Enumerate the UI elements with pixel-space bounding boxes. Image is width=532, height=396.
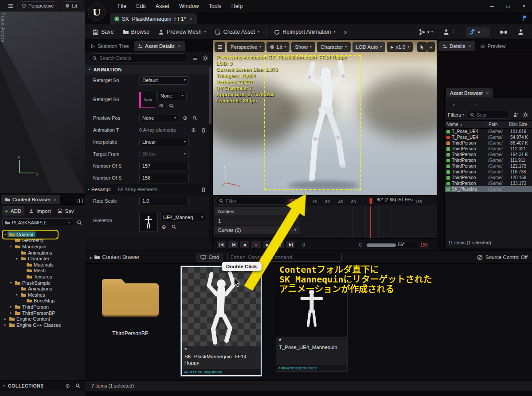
tab-asset-browser[interactable]: Asset Browser × xyxy=(446,88,493,98)
folder-tile-thirdpersonbp[interactable]: ThirdPersonBP xyxy=(101,273,160,337)
asset-browser-settings-gear-icon[interactable] xyxy=(521,111,529,119)
search-details-box[interactable] xyxy=(89,53,188,63)
close-icon[interactable]: × xyxy=(486,90,489,96)
column-path[interactable]: Path xyxy=(486,122,507,127)
column-disk-size[interactable]: Disk Size xyxy=(507,122,530,127)
character-options-group[interactable]: ⋮ xyxy=(443,29,456,35)
tree-item[interactable]: Animations xyxy=(1,250,84,256)
timeline-scrollbar-thumb[interactable] xyxy=(367,243,396,247)
tab-asset-details[interactable]: Asset Details × xyxy=(134,41,185,51)
play-speed-button[interactable]: ▶ x1.0 ▾ xyxy=(387,42,413,52)
person-filter-icon[interactable] xyxy=(512,111,519,119)
step-backward-button[interactable] xyxy=(228,241,238,249)
tree-item[interactable]: ▸ ThirdPerson xyxy=(1,304,84,310)
dots-menu-icon[interactable]: ⋮ xyxy=(451,29,456,35)
column-name[interactable]: Name ▲ xyxy=(446,122,486,127)
animation-section-header[interactable]: ▾ ANIMATION xyxy=(85,65,212,74)
step-forward-button[interactable] xyxy=(274,241,284,249)
notify-lane-row[interactable]: 1 xyxy=(215,216,300,225)
notify-track-area[interactable] xyxy=(301,206,437,238)
history-back-button[interactable]: ← xyxy=(452,100,458,107)
use-selected-icon[interactable]: ⊕ xyxy=(181,114,189,122)
add-button[interactable]: + ADD xyxy=(2,206,24,216)
table-row[interactable]: ThirdPerson /Game/ 164.31 K xyxy=(445,152,532,157)
interpolation-dropdown[interactable]: Linear ▾ xyxy=(139,138,189,146)
asset-search-box[interactable] xyxy=(466,111,509,119)
tab-asset-editor[interactable]: SK_PlaskMannequin_FF1* × xyxy=(110,13,197,24)
notifies-row[interactable]: Notifies ▾ xyxy=(215,207,300,216)
source-control-status[interactable]: Source Control Off xyxy=(477,255,528,260)
expand-arrow-icon[interactable]: ▸ xyxy=(3,317,8,321)
browse-to-asset-icon[interactable] xyxy=(168,102,175,110)
add-collection-icon[interactable]: ⊕ xyxy=(64,382,71,389)
use-selected-icon[interactable]: ⊕ xyxy=(160,223,168,231)
import-button[interactable]: Import xyxy=(26,206,54,216)
go-to-end-button[interactable] xyxy=(286,241,296,249)
curves-row[interactable]: Curves (0) ▾ xyxy=(215,226,300,234)
content-drawer-button[interactable]: ▴ Content Drawer xyxy=(90,254,140,260)
retarget-asset-dropdown[interactable]: None ▾ xyxy=(157,92,187,100)
close-window-button[interactable]: × xyxy=(516,0,532,12)
close-icon[interactable]: × xyxy=(54,197,56,202)
tab-content-browser[interactable]: Content Browser × xyxy=(1,195,60,204)
skeleton-thumbnail[interactable] xyxy=(139,213,158,231)
tree-item[interactable]: ▾ Meshes xyxy=(1,292,84,298)
timeline-ruler[interactable]: 1530456090105120135 80* (2.68) (51.5%) xyxy=(301,196,437,206)
viewport-overflow-button[interactable]: » xyxy=(427,42,435,52)
create-asset-button[interactable]: Create Asset ▾ xyxy=(211,26,264,38)
expand-arrow-icon[interactable]: ▾ xyxy=(8,244,13,248)
retarget-asset-thumbnail[interactable]: None xyxy=(139,92,155,108)
save-button[interactable]: Save xyxy=(89,26,118,38)
skeleton-asset-dropdown[interactable]: UE4_Manneq ▾ xyxy=(160,213,206,221)
asset-tile-tpose[interactable]: * T_Pose_UE4_Mannequin ANIMATION SEQUENC… xyxy=(276,284,348,372)
tab-preview[interactable]: Preview xyxy=(476,41,510,51)
viewport-cursor-tool-button[interactable] xyxy=(417,42,427,52)
record-button[interactable]: ● xyxy=(251,241,261,249)
preview-controller-group[interactable]: ★ ▾ xyxy=(419,29,433,35)
tree-item[interactable]: Textures xyxy=(1,274,84,280)
retarget-sources-group[interactable] xyxy=(500,30,508,35)
search-collections-icon[interactable] xyxy=(74,382,82,389)
expand-arrow-icon[interactable]: ▸ xyxy=(3,323,8,327)
details-scrollbar[interactable] xyxy=(209,67,211,244)
play-button[interactable]: ▶ xyxy=(262,241,273,249)
animation-mode-group-active[interactable]: ★ ⋮ xyxy=(466,27,490,37)
timeline-filter-input[interactable] xyxy=(226,198,283,204)
playhead-handle[interactable] xyxy=(369,198,372,204)
bg-lit-button[interactable]: Lit xyxy=(61,1,82,10)
close-icon[interactable]: × xyxy=(468,43,471,49)
menu-item[interactable]: Window xyxy=(174,0,203,12)
tree-item[interactable]: ▸ ThirdPersonBP xyxy=(1,310,84,316)
reimport-animation-button[interactable]: Reimport Animation ▾ xyxy=(270,26,339,38)
viewport-menu-button[interactable] xyxy=(215,42,225,52)
prop-resample-array[interactable]: ▸ Resampl 68 Array elements xyxy=(85,184,212,195)
menu-item[interactable]: Tools xyxy=(203,0,226,12)
show-button[interactable]: Show ▾ xyxy=(291,42,315,52)
animation-viewport[interactable]: Perspective ▾ Lit ▾ Show ▾ Character ▾ L… xyxy=(213,40,437,195)
table-row[interactable]: SK_PlaskMa /Game/ xyxy=(445,186,532,192)
hamburger-menu-icon[interactable] xyxy=(7,2,15,10)
table-row[interactable]: ThirdPerson /Game/ 86.407 K xyxy=(445,140,532,146)
history-forward-button[interactable]: → xyxy=(471,100,477,107)
tree-item[interactable]: Materials xyxy=(1,262,84,268)
tree-item[interactable]: ▾ PlaskSample xyxy=(1,280,84,286)
details-settings-gear-icon[interactable] xyxy=(201,55,209,62)
tree-item[interactable]: ▸ Engine Content xyxy=(1,316,84,322)
preview-mesh-button[interactable]: Preview Mesh ▾ xyxy=(154,26,210,38)
edit-character-group[interactable] xyxy=(517,29,524,35)
number-of-frames-input[interactable] xyxy=(142,163,186,169)
menu-item[interactable]: Asset xyxy=(151,0,174,12)
unreal-logo[interactable]: U xyxy=(88,3,106,21)
maximize-button[interactable]: □ xyxy=(500,0,516,12)
cmd-selector[interactable]: Cmd xyxy=(196,253,223,262)
collections-bar[interactable]: ▸ COLLECTIONS ⊕ xyxy=(0,380,85,391)
console-command-input[interactable] xyxy=(231,255,339,260)
search-paths-icon[interactable] xyxy=(75,219,83,227)
add-element-icon[interactable]: ⊕ xyxy=(190,126,197,134)
timeline-filter-box[interactable] xyxy=(215,197,286,205)
tree-item[interactable]: ▸ Engine C++ Classes xyxy=(1,322,84,328)
bg-perspective-button[interactable]: Perspective xyxy=(17,1,58,10)
tree-item[interactable]: ▾ Mannequin xyxy=(1,243,84,250)
tree-item[interactable]: Mesh xyxy=(1,268,84,274)
asset-tile-sk-plaskmannequin[interactable]: * SK_PlaskMannequin_FF14 Happy ANIMATION… xyxy=(181,266,262,376)
